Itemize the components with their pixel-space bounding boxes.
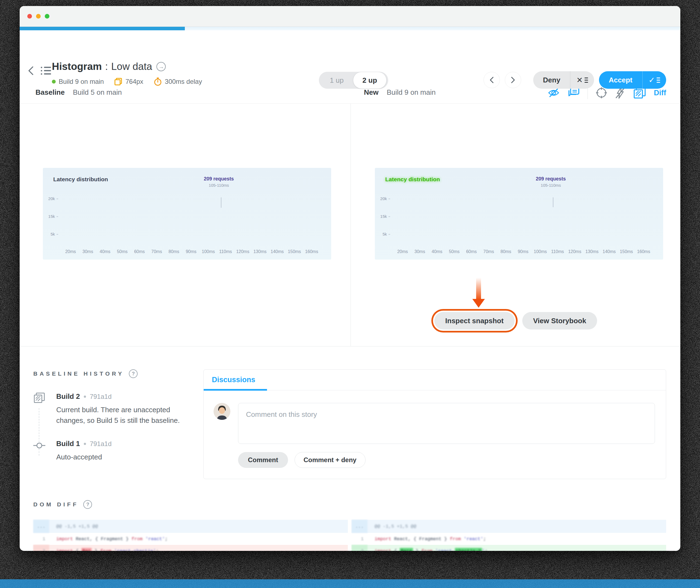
list-icon bbox=[585, 78, 588, 83]
code-token: Bars bbox=[400, 548, 413, 551]
help-icon[interactable]: ? bbox=[129, 369, 138, 378]
x-tick-label: 40ms bbox=[428, 249, 446, 254]
baseline-history-section: BASELINE HISTORY ? Build 2 791a1d bbox=[33, 369, 186, 493]
discussions-card: Discussions Comment Comment + deny bbox=[203, 369, 666, 479]
code-token: } bbox=[413, 548, 422, 551]
next-change-button[interactable] bbox=[505, 72, 521, 88]
history-commit-hash[interactable]: 791a1d bbox=[90, 440, 112, 448]
close-window-button[interactable] bbox=[27, 14, 32, 19]
diff-line-number: 1 bbox=[33, 533, 49, 545]
diff-hunk-text: @@ -1,5 +1,5 @@ bbox=[49, 520, 348, 533]
code-token: React, { Fragment } bbox=[73, 536, 131, 542]
attention-arrow bbox=[476, 278, 481, 299]
code-token: chartjs-2 bbox=[455, 548, 482, 551]
tab-discussions[interactable]: Discussions bbox=[212, 376, 255, 384]
y-tick-label: 15k bbox=[380, 214, 390, 219]
one-up-option[interactable]: 1 up bbox=[321, 72, 353, 89]
batch-accept-button[interactable]: ✓ bbox=[642, 71, 666, 89]
comments-icon[interactable] bbox=[567, 87, 580, 99]
minimize-window-button[interactable] bbox=[36, 14, 41, 19]
diff-new-side: ...@@ -1,5 +1,5 @@1import React, { Fragm… bbox=[352, 520, 666, 551]
diff-line-number: 1 bbox=[352, 533, 367, 545]
annotation-range: 105-110ms bbox=[204, 183, 234, 188]
history-commit-hash[interactable]: 791a1d bbox=[90, 393, 112, 400]
diff-hunk-gutter: ... bbox=[352, 520, 367, 533]
active-tab-underline bbox=[204, 389, 267, 391]
view-mode-toggle: 1 up 2 up bbox=[319, 72, 388, 89]
diff-line: 1import React, { Fragment } from 'react'… bbox=[33, 533, 348, 545]
history-build-name[interactable]: Build 2 bbox=[56, 392, 80, 401]
bottom-blue-strip bbox=[0, 579, 700, 588]
dom-diff-viewer[interactable]: ...@@ -1,5 +1,5 @@1import React, { Fragm… bbox=[33, 520, 666, 551]
x-tick-label: 40ms bbox=[96, 249, 114, 254]
y-axis: 20k15k5k bbox=[379, 188, 393, 243]
deny-button[interactable]: Deny bbox=[533, 71, 570, 89]
accept-button[interactable]: Accept bbox=[599, 71, 642, 89]
snapshot-comparison: Latency distribution20k15k5k20ms30ms40ms… bbox=[20, 103, 680, 346]
x-tick-label: 120ms bbox=[566, 249, 583, 254]
back-button[interactable] bbox=[27, 65, 34, 76]
help-icon[interactable]: ? bbox=[83, 500, 92, 509]
x-tick-label: 100ms bbox=[532, 249, 549, 254]
story-list-icon[interactable] bbox=[40, 66, 51, 75]
batch-deny-button[interactable]: ✕ bbox=[570, 71, 594, 89]
story-name: Low data bbox=[111, 61, 152, 72]
code-token: ' bbox=[482, 548, 485, 551]
dom-diff-section: DOM DIFF ? ...@@ -1,5 +1,5 @@1import Rea… bbox=[20, 493, 680, 551]
x-tick-label: 30ms bbox=[411, 249, 428, 254]
chart-title: Latency distribution bbox=[53, 176, 108, 183]
chart-title: Latency distribution bbox=[385, 176, 440, 183]
snapshot-diff-icon bbox=[33, 392, 45, 426]
diff-line-code: import { Bars } from 'react-chartjs-2'; bbox=[367, 545, 666, 551]
viewport-icon bbox=[114, 78, 122, 86]
diff-hunk-gutter: ... bbox=[33, 520, 49, 533]
previous-change-button[interactable] bbox=[484, 72, 500, 88]
go-to-story-icon[interactable]: → bbox=[156, 62, 166, 71]
two-up-option[interactable]: 2 up bbox=[353, 72, 387, 89]
x-tick-label: 120ms bbox=[234, 249, 251, 254]
diff-line-number: 2 bbox=[352, 545, 367, 551]
x-tick-label: 70ms bbox=[480, 249, 497, 254]
chart-annotation: 209 requests105-110ms bbox=[204, 176, 234, 188]
delay-setting: 300ms delay bbox=[154, 77, 202, 86]
progress-bar-fill bbox=[20, 27, 185, 30]
diff-line: 2import { Bars } from 'react-chartjs-2'; bbox=[352, 545, 666, 551]
viewport-size: 764px bbox=[114, 78, 143, 86]
code-token: Bar bbox=[81, 548, 92, 551]
baseline-panel: Latency distribution20k15k5k20ms30ms40ms… bbox=[20, 104, 351, 346]
code-token: { bbox=[73, 548, 81, 551]
x-tick-label: 20ms bbox=[62, 249, 79, 254]
commit-node-icon bbox=[33, 439, 45, 452]
code-token: 'react' bbox=[143, 536, 165, 542]
x-tick-label: 30ms bbox=[79, 249, 96, 254]
code-token: ; bbox=[165, 536, 168, 542]
comment-deny-button[interactable]: Comment + deny bbox=[295, 452, 366, 468]
diff-toggle-label[interactable]: Diff bbox=[654, 89, 666, 97]
history-build-name[interactable]: Build 1 bbox=[56, 439, 80, 448]
x-tick-label: 150ms bbox=[286, 249, 303, 254]
page-title: Histogram : Low data → bbox=[52, 61, 202, 72]
x-tick-label: 50ms bbox=[114, 249, 131, 254]
code-token: from bbox=[421, 548, 432, 551]
comment-button[interactable]: Comment bbox=[238, 452, 288, 468]
hide-diff-eye-off-icon[interactable] bbox=[548, 87, 560, 98]
x-tick-label: 150ms bbox=[618, 249, 635, 254]
x-tick-label: 80ms bbox=[497, 249, 514, 254]
zoom-window-button[interactable] bbox=[45, 14, 49, 19]
annotation-value: 209 requests bbox=[204, 176, 234, 182]
code-token: 'react- bbox=[432, 548, 455, 551]
x-tick-label: 90ms bbox=[514, 249, 532, 254]
code-token: import bbox=[56, 548, 73, 551]
diff-line-code: import { Bar } from 'react-chartjs'; bbox=[49, 545, 348, 551]
x-tick-label: 140ms bbox=[601, 249, 618, 254]
x-tick-label: 70ms bbox=[148, 249, 165, 254]
x-tick-label: 90ms bbox=[182, 249, 200, 254]
code-token: import bbox=[375, 536, 391, 542]
diff-line: 2import { Bar } from 'react-chartjs'; bbox=[33, 545, 348, 551]
comment-input[interactable] bbox=[238, 403, 655, 444]
history-item: Build 1 791a1d Auto-accepted bbox=[33, 439, 186, 462]
inspect-snapshot-button[interactable]: Inspect snapshot bbox=[434, 312, 515, 329]
view-storybook-button[interactable]: View Storybook bbox=[522, 312, 597, 329]
x-tick-label: 130ms bbox=[251, 249, 269, 254]
build-status: Build 9 on main bbox=[52, 78, 104, 85]
